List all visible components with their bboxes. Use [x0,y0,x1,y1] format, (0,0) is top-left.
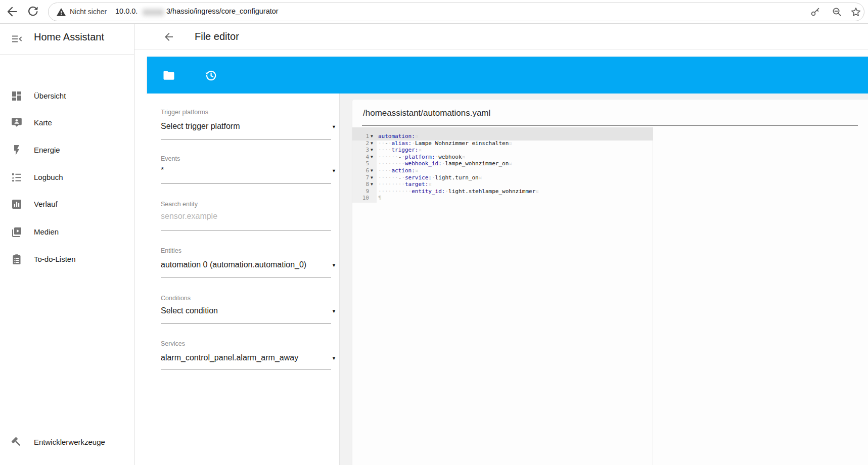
fold-arrow-icon[interactable]: ▼ [371,133,377,140]
ingress-back-button[interactable] [163,31,175,43]
dropdown-arrow-icon[interactable]: ▼ [332,309,336,314]
zoom-out-icon[interactable] [831,6,843,18]
reload-icon [26,5,39,18]
line-content: ····trigger:¤ [378,147,422,154]
editor-line-9: 9··········entity_id:·light.stehlampe_wo… [352,188,653,195]
field-label: Trigger platforms [161,109,208,116]
field-select-value[interactable]: Select condition [161,306,218,315]
folder-icon [162,68,176,82]
line-number: 2 [352,140,369,147]
dropdown-arrow-icon[interactable]: ▼ [332,124,336,129]
addon-body: Trigger platformsSelect trigger platform… [147,94,868,465]
sidebar-item-label: Verlauf [34,195,58,213]
sidebar-item-to-do-listen[interactable]: To-do-Listen [0,250,134,268]
browser-toolbar: Nicht sicher 10.0.0. 3/hassio/ingress/co… [0,0,868,24]
url-prefix: 10.0.0. [115,7,138,15]
fold-arrow-icon[interactable]: ▼ [371,181,377,188]
line-number: 5 [352,160,369,167]
field-label: Events [161,155,180,162]
editor-line-2: 2▼··-·alias:·Lampe Wohnzimmer einschalte… [352,140,653,147]
page-title: File editor [195,31,239,42]
dropdown-arrow-icon[interactable]: ▼ [332,356,336,361]
history-button[interactable] [204,68,218,82]
ha-sidebar: Home Assistant ÜbersichtKarteEnergieLogb… [0,24,134,465]
line-content: ······-·platform:·webhook¤ [378,154,465,161]
editor-line-4: 4▼······-·platform:·webhook¤ [352,154,653,161]
address-bar[interactable]: Nicht sicher 10.0.0. 3/hassio/ingress/co… [48,3,864,21]
sidebar-item-label: To-do-Listen [34,250,76,268]
sidebar-header: Home Assistant [0,24,134,54]
fold-arrow-icon[interactable]: ▼ [371,167,377,174]
ingress-header: File editor [134,24,868,50]
field-select-value[interactable]: automation 0 (automation.automation_0) [161,260,306,269]
editor-line-10: 10¶ [352,195,653,202]
line-number: 3 [352,147,369,154]
sidebar-item-medien[interactable]: Medien [0,223,134,241]
sidebar-item-karte[interactable]: Karte [0,114,134,132]
security-status-label: Nicht sicher [70,8,107,16]
fold-arrow-icon[interactable]: ▼ [371,140,377,147]
hammer-icon [11,436,23,448]
field-select-value[interactable]: Select trigger platform [161,122,240,131]
warning-icon[interactable] [56,7,67,18]
line-content: ········target:¤ [378,181,432,188]
url-suffix: 3/hassio/ingress/core_configurator [166,7,279,15]
sidebar-item-einstellungen[interactable]: Einstellungen [0,461,134,465]
sidebar-item--bersicht[interactable]: Übersicht [0,87,134,105]
field-select-value[interactable]: * [161,166,164,175]
field-text-input[interactable]: sensor.example [161,212,217,221]
sidebar-item-logbuch[interactable]: Logbuch [0,168,134,187]
back-arrow-icon [8,8,17,16]
dropdown-arrow-icon[interactable]: ▼ [332,168,336,173]
field-underline [161,183,331,184]
fold-arrow-icon[interactable]: ▼ [371,154,377,161]
bookmark-star-icon[interactable] [850,6,862,18]
url-redacted-blur [143,9,164,16]
lightning-bolt-icon [11,144,23,156]
content-area: File editor Trigger platformsSelect trig… [134,24,868,465]
dropdown-arrow-icon[interactable]: ▼ [332,263,336,268]
fold-arrow-icon[interactable]: ▼ [371,174,377,181]
line-number: 9 [352,188,369,195]
view-dashboard-icon [11,90,23,102]
chart-box-icon [11,198,23,210]
field-underline [161,369,331,369]
play-box-icon [11,226,23,238]
field-underline [161,277,331,277]
field-underline [161,230,331,230]
field-label: Entities [161,247,181,254]
browser-reload-button[interactable] [26,5,39,18]
line-content: ¶ [378,195,382,202]
line-number: 4 [352,154,369,161]
password-key-icon[interactable] [809,6,821,18]
field-underline [161,140,331,140]
line-content: ······-·service:·light.turn_on¤ [378,174,482,181]
code-editor[interactable]: 1▼automation:¤2▼··-·alias:·Lampe Wohnzim… [352,127,653,465]
field-label: Services [161,340,185,347]
bulleted-list-icon [11,171,23,183]
line-content: ····action:¤ [378,167,418,174]
editor-line-6: 6▼····action:¤ [352,167,653,174]
field-label: Conditions [161,295,191,302]
field-select-value[interactable]: alarm_control_panel.alarm_arm_away [161,353,298,362]
current-file-path[interactable]: /homeassistant/automations.yaml [363,108,490,118]
app-title: Home Assistant [34,31,104,43]
line-number: 7 [352,174,369,181]
line-number: 8 [352,181,369,188]
line-content: ··-·alias:·Lampe Wohnzimmer einschalten¤ [378,140,512,147]
sidebar-item-entwicklerwerkzeuge[interactable]: Entwicklerwerkzeuge [0,433,134,451]
field-underline [161,323,331,324]
sidebar-item-verlauf[interactable]: Verlauf [0,195,134,213]
browser-back-button[interactable] [6,5,19,18]
editor-line-8: 8▼········target:¤ [352,181,653,188]
sidebar-toggle-button[interactable] [11,33,23,45]
fold-arrow-icon[interactable]: ▼ [371,147,377,154]
editor-line-3: 3▼····trigger:¤ [352,147,653,154]
sidebar-item-energie[interactable]: Energie [0,141,134,159]
sidebar-divider [0,54,134,55]
open-folder-button[interactable] [162,68,176,82]
file-path-underline [362,125,858,126]
sidebar-item-label: Übersicht [34,87,66,105]
editor-line-5: 5········webhook_id:·lampe_wohnzimmer_on… [352,160,653,167]
back-arrow-icon [165,33,173,41]
